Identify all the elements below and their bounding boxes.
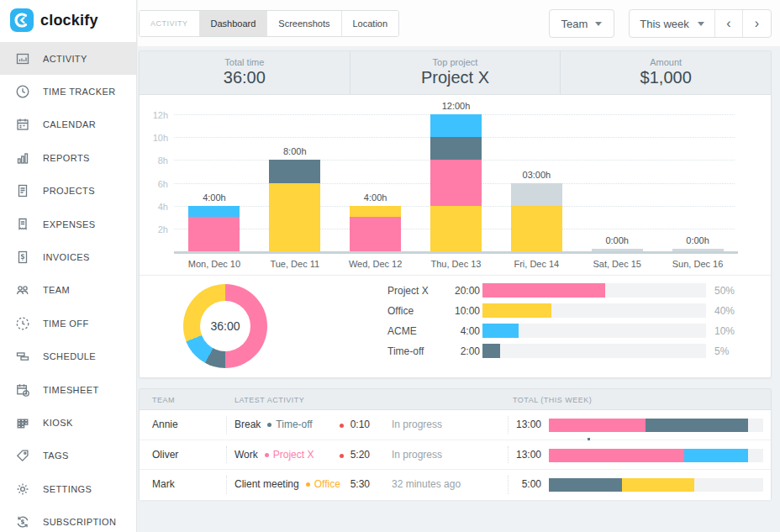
legend-project-name: Time-off: [387, 345, 450, 357]
legend-project-time: 2:00: [450, 345, 480, 357]
running-timer-dot: [340, 424, 344, 428]
column-divider: [508, 476, 509, 494]
team-row-mark: MarkClient meetingOffice5:3032 minutes a…: [140, 470, 771, 500]
previous-period-button[interactable]: ‹: [715, 10, 743, 37]
y-axis-tick-label: 6h: [143, 179, 168, 189]
sidebar-item-tags[interactable]: TAGS: [0, 440, 136, 472]
sidebar: clockify ACTIVITYTIME TRACKERCALENDARREP…: [0, 0, 137, 532]
period-dropdown[interactable]: This week: [630, 10, 715, 37]
team-filter-label: Team: [561, 18, 588, 30]
tab-location[interactable]: Location: [342, 11, 399, 36]
clockify-logo-icon: [10, 8, 34, 32]
sidebar-item-label: TEAM: [43, 285, 70, 295]
legend-bar-track: [482, 283, 706, 298]
sidebar-item-kiosk[interactable]: KIOSK: [0, 406, 136, 439]
bar-segment-pink: [188, 217, 240, 251]
sidebar-item-label: EXPENSES: [43, 219, 96, 229]
sidebar-item-label: KIOSK: [43, 418, 73, 428]
bar-total-label: 0:00h: [577, 235, 657, 245]
column-header-latest-activity: LATEST ACTIVITY: [235, 396, 304, 404]
sidebar-item-schedule[interactable]: SCHEDULE: [0, 340, 136, 373]
sidebar-item-team[interactable]: TEAM: [0, 274, 136, 307]
activity-status: 32 minutes ago: [392, 470, 461, 500]
total-bar-segment-blue: [684, 449, 749, 462]
team-icon: [14, 282, 31, 298]
sidebar-item-label: ACTIVITY: [43, 54, 87, 64]
activity-duration: 5:30: [348, 470, 370, 500]
legend-bar-fill: [482, 303, 551, 318]
summary-card-top-project: Top projectProject X: [350, 51, 561, 94]
sidebar-item-activity[interactable]: ACTIVITY: [0, 42, 136, 75]
sidebar-item-projects[interactable]: PROJECTS: [0, 175, 136, 208]
weekly-total: 13:00: [513, 410, 541, 440]
sidebar-item-label: TIMESHEET: [43, 385, 99, 395]
sidebar-item-label: SUBSCRIPTION: [43, 517, 116, 527]
bar-segment-blue: [430, 114, 482, 137]
weekly-total-bar: [549, 449, 763, 462]
legend-row-project-x: Project X20:0050%: [387, 283, 743, 298]
sidebar-item-calendar[interactable]: CALENDAR: [0, 108, 136, 141]
bar-segment-yellow: [430, 206, 482, 251]
sidebar-item-label: TAGS: [43, 450, 69, 461]
bar-segment-slate: [430, 137, 482, 160]
legend-bar-fill: [482, 344, 500, 358]
stacked-bar-sun-dec-16: [672, 249, 724, 251]
team-activity-panel: TEAMLATEST ACTIVITYTOTAL (THIS WEEK) Ann…: [139, 388, 772, 500]
bar-segment-yellow: [511, 206, 562, 251]
next-period-button[interactable]: ›: [743, 10, 771, 37]
team-filter-button[interactable]: Team: [549, 9, 614, 38]
timesheet-icon: [14, 382, 31, 398]
member-name: Annie: [152, 410, 178, 440]
column-divider: [226, 416, 227, 434]
bar-segment-blue: [188, 206, 240, 218]
stacked-bar-fri-dec-14: [511, 183, 562, 251]
activity-duration: 0:10: [348, 410, 370, 440]
tab-screenshots[interactable]: Screenshots: [267, 11, 341, 36]
bar-chart-plot: [174, 95, 738, 252]
sidebar-item-label: SETTINGS: [43, 484, 92, 494]
latest-activity: BreakTime-off: [235, 410, 313, 440]
legend-project-name: Office: [387, 305, 450, 317]
sidebar-item-timesheet[interactable]: TIMESHEET: [0, 373, 136, 406]
running-timer-dot: [340, 454, 344, 458]
stacked-bar-thu-dec-13: [430, 114, 482, 251]
team-row-annie: AnnieBreakTime-off0:10In progress13:00: [140, 410, 771, 440]
y-axis-tick-label: 10h: [143, 133, 168, 143]
sidebar-item-settings[interactable]: SETTINGS: [0, 472, 136, 505]
sidebar-item-subscription[interactable]: SUBSCRIPTION: [0, 505, 136, 532]
bar-total-label: 4:00h: [335, 192, 416, 203]
sidebar-item-time-off[interactable]: TIME OFF: [0, 307, 136, 340]
legend-bar-fill: [482, 324, 519, 338]
legend-project-name: Project X: [387, 285, 450, 297]
sidebar-item-time-tracker[interactable]: TIME TRACKER: [0, 75, 136, 108]
sidebar-item-label: INVOICES: [43, 252, 90, 262]
sidebar-nav: ACTIVITYTIME TRACKERCALENDARREPORTSPROJE…: [0, 42, 136, 532]
team-table-header: TEAMLATEST ACTIVITYTOTAL (THIS WEEK): [140, 389, 771, 410]
legend-row-acme: ACME4:0010%: [387, 324, 743, 338]
x-axis-category-label: Mon, Dec 10: [174, 259, 255, 269]
activity-name: Break: [235, 419, 261, 430]
stacked-bar-mon-dec-10: [188, 206, 240, 251]
summary-card-amount: Amount$1,000: [561, 51, 771, 94]
app-logo[interactable]: clockify: [0, 0, 136, 39]
bar-segment-lightgray: [592, 249, 643, 251]
project-color-dot: [306, 482, 310, 487]
x-axis-baseline: [174, 251, 738, 254]
project-color-dot: [267, 423, 271, 427]
project-breakdown-section: 36:00 Project X20:0050%Office10:0040%ACM…: [140, 276, 771, 378]
total-bar-segment-pink: [549, 449, 684, 462]
summary-card-value: $1,000: [561, 68, 771, 87]
summary-cards: Total time36:00Top projectProject XAmoun…: [140, 51, 771, 95]
activity-status: In progress: [392, 410, 442, 440]
team-row-oliver: OliverWorkProject X5:20In progress13:00: [140, 440, 771, 471]
x-axis-category-label: Fri, Dec 14: [496, 259, 577, 269]
weekly-total-bar: [549, 478, 763, 492]
sidebar-item-reports[interactable]: REPORTS: [0, 141, 136, 174]
sidebar-item-expenses[interactable]: EXPENSES: [0, 208, 136, 240]
stacked-bar-sat-dec-15: [592, 249, 643, 251]
expenses-icon: [14, 216, 31, 233]
sidebar-item-label: SCHEDULE: [43, 351, 96, 361]
tab-dashboard[interactable]: Dashboard: [200, 11, 268, 36]
legend-project-time: 4:00: [450, 325, 480, 337]
sidebar-item-invoices[interactable]: INVOICES: [0, 240, 136, 273]
